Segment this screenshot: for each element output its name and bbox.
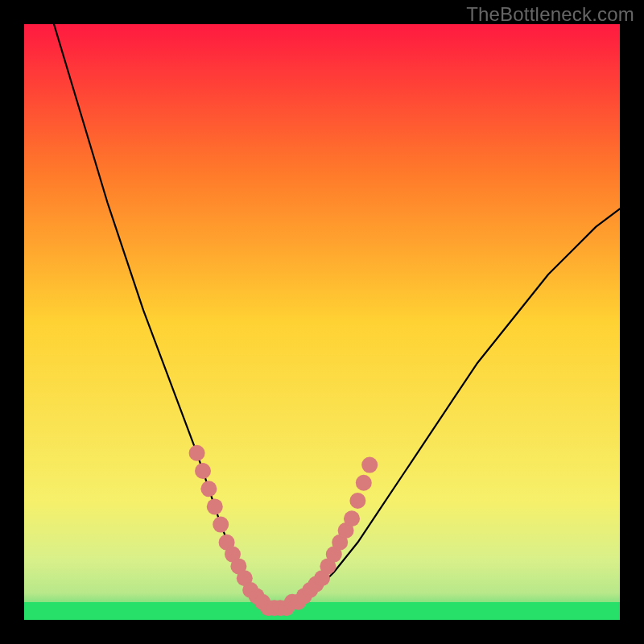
marker-dot	[200, 481, 217, 497]
marker-dot	[189, 445, 205, 461]
watermark-text: TheBottleneck.com	[466, 3, 634, 26]
plot-area	[24, 24, 620, 620]
green-band	[24, 602, 620, 620]
marker-dot	[361, 457, 378, 473]
marker-dot	[356, 475, 372, 491]
marker-dot	[207, 498, 223, 514]
bottleneck-chart-svg	[24, 24, 620, 620]
marker-dot	[213, 517, 229, 533]
marker-dot	[195, 463, 211, 479]
marker-dot	[349, 493, 365, 509]
marker-dot	[344, 510, 360, 526]
gradient-background	[24, 24, 620, 620]
chart-frame: TheBottleneck.com	[0, 0, 644, 644]
